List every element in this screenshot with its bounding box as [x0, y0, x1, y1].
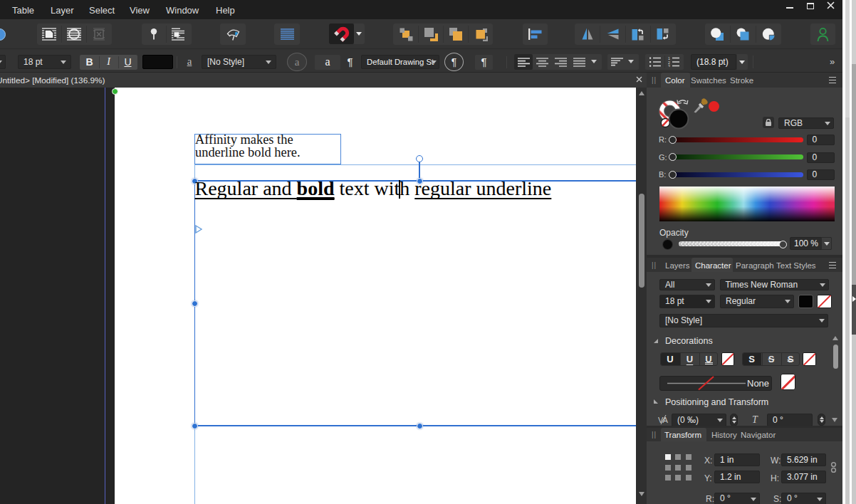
svg-text:3: 3: [668, 64, 670, 68]
